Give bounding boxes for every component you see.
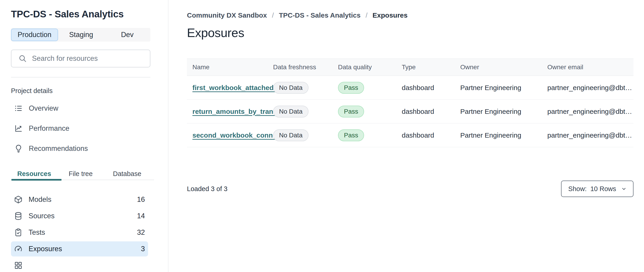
freshness-badge: No Data <box>273 129 308 141</box>
chart-icon <box>14 124 23 133</box>
clipboard-check-icon <box>14 228 22 237</box>
column-header-name: Name <box>187 64 273 71</box>
show-label: Show: <box>568 185 587 193</box>
exposure-name-link[interactable]: return_amounts_by_tran… <box>192 108 280 115</box>
sidebar-item-tests[interactable]: Tests 32 <box>11 225 148 240</box>
sidebar-item-overview[interactable]: Overview <box>11 101 150 116</box>
exposure-name-link[interactable]: first_workbook_attached… <box>192 84 280 92</box>
active-tab-underline <box>12 179 62 180</box>
table-row: second_workbook_conn… No Data Pass dashb… <box>187 124 634 147</box>
lightbulb-icon <box>14 144 23 153</box>
table-header-row: Name Data freshness Data quality Type Ow… <box>187 58 634 76</box>
project-nav: Overview Performance R <box>11 101 150 156</box>
quality-badge: Pass <box>338 106 364 118</box>
sidebar-item-label: Overview <box>29 104 58 112</box>
search-input[interactable] <box>32 54 144 63</box>
cell-owner: Partner Engineering <box>460 132 547 139</box>
project-title: TPC-DS - Sales Analytics <box>11 9 150 20</box>
database-icon <box>14 212 22 220</box>
main-panel: Community DX Sandbox / TPC-DS - Sales An… <box>168 0 644 272</box>
column-header-owner: Owner <box>460 64 547 71</box>
sidebar-item-label: Exposures <box>28 245 135 253</box>
cell-owner: Partner Engineering <box>460 84 547 92</box>
env-tab-dev[interactable]: Dev <box>104 28 150 41</box>
rows-per-page-dropdown[interactable]: Show: 10 Rows <box>561 180 634 197</box>
gauge-icon <box>14 244 22 253</box>
resource-count: 16 <box>137 196 145 204</box>
env-tab-production[interactable]: Production <box>11 28 58 41</box>
resource-list: Models 16 Sources 14 <box>11 192 148 272</box>
sidebar-divider <box>11 77 150 78</box>
cell-owner: Partner Engineering <box>460 108 547 116</box>
quality-badge: Pass <box>338 82 364 94</box>
sidebar-item-exposures[interactable]: Exposures 3 <box>11 241 148 256</box>
env-tab-staging[interactable]: Staging <box>58 28 104 41</box>
project-details-label: Project details <box>11 87 150 95</box>
resource-count: 14 <box>137 212 145 220</box>
cell-type: dashboard <box>402 108 460 116</box>
cube-icon <box>14 195 22 204</box>
sidebar-item-sources[interactable]: Sources 14 <box>11 208 148 224</box>
search-icon <box>18 54 27 63</box>
breadcrumb: Community DX Sandbox / TPC-DS - Sales An… <box>187 12 634 19</box>
cell-owner-email: partner_engineering@dbt… <box>547 84 634 92</box>
freshness-badge: No Data <box>273 82 308 94</box>
breadcrumb-project[interactable]: TPC-DS - Sales Analytics <box>279 12 360 19</box>
freshness-badge: No Data <box>273 106 308 118</box>
app-window: TPC-DS - Sales Analytics Production Stag… <box>0 0 644 272</box>
page-title: Exposures <box>187 26 634 40</box>
column-header-data-freshness: Data freshness <box>273 64 338 71</box>
resource-tabs: Resources File tree Database <box>11 169 154 180</box>
sidebar-item-models[interactable]: Models 16 <box>11 192 148 207</box>
column-header-type: Type <box>402 64 460 71</box>
sidebar-item-label: Tests <box>28 228 131 236</box>
sidebar-item-recommendations[interactable]: Recommendations <box>11 141 150 156</box>
sidebar-item-partial[interactable] <box>11 258 148 272</box>
sidebar-item-label: Sources <box>28 212 131 220</box>
table-footer: Loaded 3 of 3 Show: 10 Rows <box>187 180 634 197</box>
list-icon <box>14 104 23 113</box>
breadcrumb-account[interactable]: Community DX Sandbox <box>187 12 267 19</box>
environment-tabs: Production Staging Dev <box>11 28 150 42</box>
loaded-status: Loaded 3 of 3 <box>187 185 228 193</box>
sidebar: TPC-DS - Sales Analytics Production Stag… <box>0 0 168 272</box>
sidebar-item-performance[interactable]: Performance <box>11 121 150 136</box>
show-value: 10 Rows <box>590 185 616 193</box>
cell-type: dashboard <box>402 84 460 92</box>
table-row: return_amounts_by_tran… No Data Pass das… <box>187 100 634 124</box>
cell-owner-email: partner_engineering@dbt… <box>547 132 634 139</box>
breadcrumb-separator: / <box>272 12 274 19</box>
table-row: first_workbook_attached… No Data Pass da… <box>187 76 634 100</box>
tab-resources[interactable]: Resources <box>11 169 57 179</box>
quality-badge: Pass <box>338 129 364 141</box>
column-header-data-quality: Data quality <box>338 64 402 71</box>
resource-count: 32 <box>137 228 145 236</box>
column-header-owner-email: Owner email <box>547 64 634 71</box>
search-box <box>11 50 150 68</box>
resource-count: 3 <box>141 245 145 253</box>
sidebar-item-label: Performance <box>29 124 69 132</box>
breadcrumb-current: Exposures <box>372 12 408 19</box>
cell-owner-email: partner_engineering@dbt… <box>547 108 634 116</box>
grid-icon <box>14 261 22 270</box>
sidebar-item-label: Models <box>28 196 131 204</box>
tab-file-tree[interactable]: File tree <box>57 169 104 179</box>
chevron-down-icon <box>621 186 627 192</box>
exposures-table: Name Data freshness Data quality Type Ow… <box>187 58 634 147</box>
tab-database[interactable]: Database <box>104 169 150 179</box>
cell-type: dashboard <box>402 132 460 139</box>
sidebar-item-label: Recommendations <box>29 144 88 153</box>
exposure-name-link[interactable]: second_workbook_conn… <box>192 132 280 139</box>
breadcrumb-separator: / <box>366 12 368 19</box>
